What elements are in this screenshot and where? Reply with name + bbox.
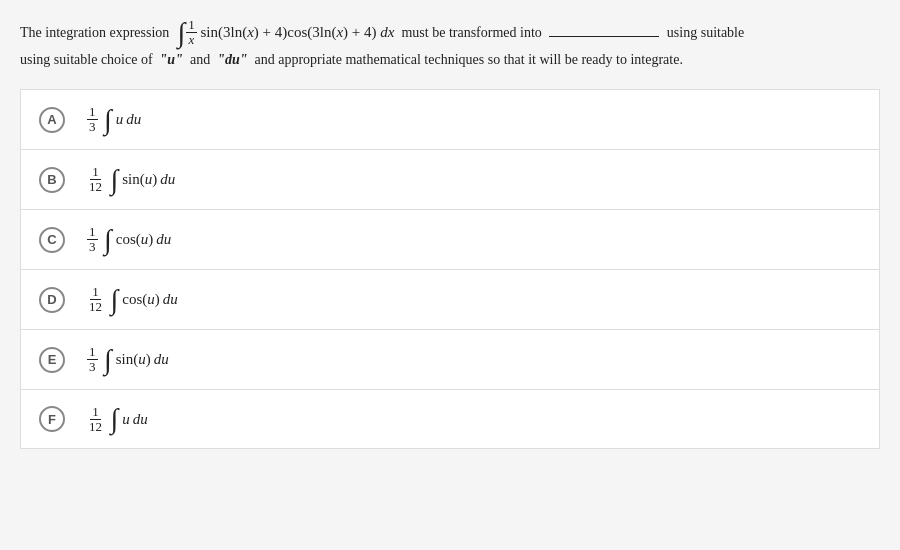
option-d[interactable]: D 112 ∫ cos(u) du	[20, 269, 880, 329]
question-u: "u"	[156, 52, 186, 67]
main-integral: ∫ 1 x sin(3ln(x) + 4)cos(3ln(x) + 4) dx	[173, 18, 395, 48]
integral-fraction: 1 x	[186, 18, 197, 48]
option-e-math: 13 ∫ sin(u) du	[87, 345, 169, 375]
option-d-circle: D	[39, 287, 65, 313]
option-f-circle: F	[39, 406, 65, 432]
answer-blank	[549, 36, 659, 37]
option-f[interactable]: F 112 ∫ u du	[20, 389, 880, 449]
integral-sign: ∫	[178, 19, 186, 47]
option-a-math: 13 ∫ u du	[87, 105, 141, 135]
question-du: "du"	[214, 52, 251, 67]
question-text: The integration expression ∫ 1 x sin(3ln…	[20, 18, 880, 71]
option-b-circle: B	[39, 167, 65, 193]
option-a[interactable]: A 13 ∫ u du	[20, 89, 880, 149]
option-e[interactable]: E 13 ∫ sin(u) du	[20, 329, 880, 389]
question-part2: must be transformed into	[401, 25, 541, 40]
question-using: using suitable	[667, 25, 744, 40]
option-f-math: 112 ∫ u du	[87, 405, 148, 435]
option-b-math: 112 ∫ sin(u) du	[87, 165, 175, 195]
option-c-circle: C	[39, 227, 65, 253]
option-b[interactable]: B 112 ∫ sin(u) du	[20, 149, 880, 209]
option-e-circle: E	[39, 347, 65, 373]
question-and: and	[190, 52, 210, 67]
question-choice: using suitable choice of	[20, 52, 153, 67]
options-list: A 13 ∫ u du B 112 ∫ sin(u) du C 13 ∫ cos…	[20, 89, 880, 449]
integral-body: sin(3ln(x) + 4)cos(3ln(x) + 4) dx	[197, 20, 395, 46]
option-c[interactable]: C 13 ∫ cos(u) du	[20, 209, 880, 269]
option-a-circle: A	[39, 107, 65, 133]
question-part1: The integration expression	[20, 25, 169, 40]
option-c-math: 13 ∫ cos(u) du	[87, 225, 171, 255]
question-part4: and appropriate mathematical techniques …	[254, 52, 682, 67]
option-d-math: 112 ∫ cos(u) du	[87, 285, 178, 315]
